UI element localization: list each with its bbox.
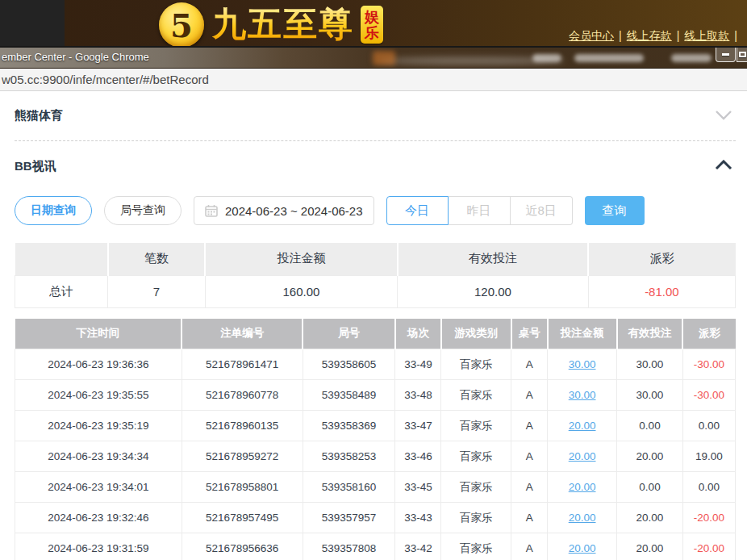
bet-amount-link[interactable]: 20.00 [548,472,617,503]
table-row: 2024-06-23 19:34:34 521678959272 5393582… [15,441,736,472]
search-button[interactable]: 查询 [585,196,645,225]
cell-table-no: A [511,472,548,503]
logo-text: 九五至尊 [212,2,354,46]
cell-valid-bet: 0.00 [617,411,683,441]
section-panda-sports[interactable]: 熊猫体育 [15,91,736,141]
cell-payout: 19.00 [682,441,735,472]
cell-session: 33-49 [395,349,441,380]
chevron-up-icon[interactable] [715,159,732,173]
cell-round-id: 539358160 [303,472,395,503]
online-deposit-link[interactable]: 线上存款 [627,29,672,42]
cell-session: 33-42 [395,533,441,560]
page-content: 熊猫体育 BB视讯 日期查询 局号查询 2024-06-23 ~ 2024-06… [0,91,747,560]
last-8-days-button[interactable]: 近8日 [511,196,573,225]
summary-header-blank [15,243,108,275]
site-logo: 5 九五至尊 娱 乐 [159,2,383,48]
link-divider: | [619,29,622,42]
table-row: 2024-06-23 19:35:19 521678960135 5393583… [15,411,736,441]
bet-amount-link[interactable]: 30.00 [548,380,617,411]
today-button[interactable]: 今日 [386,196,449,225]
date-range-input[interactable]: 2024-06-23 ~ 2024-06-23 [194,196,374,225]
logo-circle-icon: 5 [159,2,204,48]
cell-table-no: A [511,533,548,560]
minimize-button[interactable] [716,48,736,62]
online-withdraw-link[interactable]: 线上取款 [684,29,729,42]
section-bb-video[interactable]: BB视讯 [15,141,736,191]
cell-table-no: A [511,441,548,472]
cell-bet-time: 2024-06-23 19:35:19 [15,411,182,441]
calendar-icon [205,204,218,217]
logo-badge: 娱 乐 [361,6,383,44]
cell-payout: -30.00 [682,349,735,380]
date-range-value: 2024-06-23 ~ 2024-06-23 [225,204,363,218]
maximize-button[interactable] [737,48,747,62]
cell-bet-time: 2024-06-23 19:34:34 [15,441,182,472]
cell-valid-bet: 20.00 [617,533,683,560]
member-center-link[interactable]: 会员中心 [569,29,614,42]
window-title: ember Center - Google Chrome [2,51,149,63]
header-bet-id: 注单编号 [182,319,303,349]
summary-payout: -81.00 [588,275,735,307]
link-divider: | [734,29,737,42]
header-round-id: 局号 [303,319,395,349]
blurred-badge [373,51,395,65]
address-bar[interactable]: w05.cc:9900/infe/mcenter/#/betRecord [0,69,747,91]
table-row: 2024-06-23 19:36:36 521678961471 5393586… [15,349,736,380]
cell-payout: -30.00 [682,380,735,411]
cell-session: 33-43 [395,503,441,533]
window-titlebar[interactable]: ember Center - Google Chrome [0,46,747,69]
summary-header-payout: 派彩 [588,243,735,275]
cell-game-type: 百家乐 [441,380,511,411]
cell-table-no: A [511,411,548,441]
summary-table: 笔数 投注金额 有效投注 派彩 总计 7 160.00 120.00 -81.0… [15,243,736,308]
bet-amount-link[interactable]: 30.00 [548,349,617,380]
window-controls [715,48,747,62]
bet-amount-link[interactable]: 20.00 [548,441,617,472]
cell-table-no: A [511,349,548,380]
cell-game-type: 百家乐 [441,349,511,380]
blurred-user-info [574,54,644,62]
summary-total-row: 总计 7 160.00 120.00 -81.00 [15,275,736,307]
header-game-type: 游戏类别 [441,319,511,349]
cell-bet-id: 521678959272 [182,441,303,472]
summary-bet-amount: 160.00 [205,275,397,307]
cell-game-type: 百家乐 [441,441,511,472]
yesterday-button[interactable]: 昨日 [449,196,511,225]
cell-bet-id: 521678960135 [182,411,303,441]
cell-bet-time: 2024-06-23 19:34:01 [15,472,182,503]
cell-game-type: 百家乐 [441,472,511,503]
cell-game-type: 百家乐 [441,411,511,441]
cell-valid-bet: 20.00 [617,441,683,472]
badge-char: 娱 [361,9,383,25]
cell-session: 33-45 [395,472,441,503]
bet-amount-link[interactable]: 20.00 [548,503,617,533]
summary-count: 7 [108,275,206,307]
bet-amount-link[interactable]: 20.00 [548,533,617,560]
summary-header-count: 笔数 [108,243,206,275]
bet-amount-link[interactable]: 20.00 [548,411,617,441]
date-query-tab[interactable]: 日期查询 [15,196,92,225]
cell-bet-time: 2024-06-23 19:35:55 [15,380,182,411]
cell-valid-bet: 30.00 [617,380,683,411]
table-row: 2024-06-23 19:34:01 521678958801 5393581… [15,472,736,503]
cell-round-id: 539358253 [303,441,395,472]
summary-valid-bet: 120.00 [398,275,589,307]
summary-header-row: 笔数 投注金额 有效投注 派彩 [15,243,736,275]
cell-bet-id: 521678958801 [182,472,303,503]
cell-valid-bet: 0.00 [617,472,683,503]
cell-payout: 0.00 [682,472,735,503]
round-query-tab[interactable]: 局号查询 [104,196,182,225]
minimize-icon [722,53,729,56]
cell-payout: -20.00 [682,533,735,560]
cell-payout: 0.00 [682,411,735,441]
badge-char: 乐 [361,25,383,41]
cell-session: 33-47 [395,411,441,441]
summary-total-label: 总计 [15,275,108,307]
cell-round-id: 539357808 [303,533,395,560]
bet-table-body: 2024-06-23 19:36:36 521678961471 5393586… [15,349,736,560]
blurred-user-info [532,54,561,62]
cell-round-id: 539358489 [303,380,395,411]
cell-valid-bet: 20.00 [617,503,683,533]
chevron-down-icon[interactable] [715,109,732,123]
bet-record-table: 下注时间 注单编号 局号 场次 游戏类别 桌号 投注金额 有效投注 派彩 202… [15,319,736,560]
